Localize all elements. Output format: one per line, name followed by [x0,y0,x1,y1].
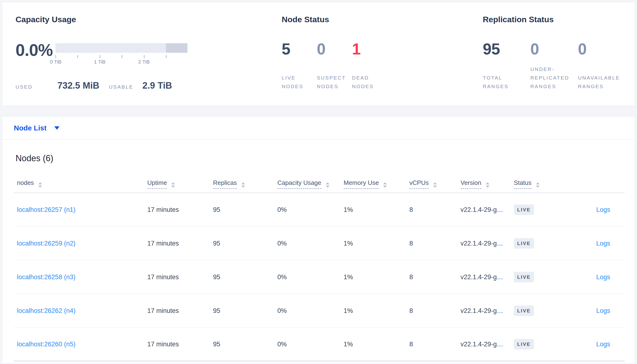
used-label: USED [16,84,33,90]
usable-value: 2.9 TiB [143,80,172,91]
live-nodes-stat: 5 LIVE NODES [282,42,317,91]
dead-nodes-stat: 1 DEAD NODES [352,42,387,91]
column-header-capacity-usage[interactable]: Capacity Usage [274,179,340,188]
vcpus-cell: 8 [406,340,457,348]
memory-use-cell: 1% [340,274,406,281]
logs-link[interactable]: Logs [596,274,610,281]
logs-link[interactable]: Logs [596,340,610,348]
nodes-table-title: Nodes (6) [14,153,625,164]
nodes-table-area: Nodes (6) nodes Uptime Replicas Capacity… [2,153,635,361]
version-cell: v22.1.4-29-g… [457,274,510,281]
capacity-used-usable-stats: USED 732.5 MiB USABLE 2.9 TiB [16,80,282,91]
table-row: localhost:26260 (n5) 17 minutes 95 0% 1%… [14,328,625,361]
dead-nodes-value: 1 [352,42,387,56]
version-cell: v22.1.4-29-g… [457,307,510,314]
total-ranges-value: 95 [483,42,530,56]
axis-tick-label: 2 TiB [138,59,150,65]
column-header-vcpus[interactable]: vCPUs [406,179,457,188]
node-status-section: Node Status 5 LIVE NODES 0 SUSPECT NODES… [282,14,483,91]
sort-icon [383,182,387,188]
node-address-link[interactable]: localhost:26260 (n5) [17,340,76,348]
sort-icon [171,182,175,188]
capacity-percent-value: 0.0% [16,43,56,67]
sort-icon [536,182,540,188]
column-header-replicas[interactable]: Replicas [210,179,274,188]
replicas-cell: 95 [210,206,274,214]
column-header-status[interactable]: Status [510,179,568,188]
under-replicated-ranges-stat: 0 UNDER-REPLICATED RANGES [530,42,578,91]
version-cell: v22.1.4-29-g… [457,206,510,214]
used-value: 732.5 MiB [57,80,99,91]
column-header-version[interactable]: Version [457,179,510,188]
axis-tick [100,55,100,58]
vcpus-cell: 8 [406,206,457,214]
live-nodes-value: 5 [282,42,317,56]
replication-status-section: Replication Status 95 TOTAL RANGES 0 UND… [483,14,635,91]
vcpus-cell: 8 [406,307,457,314]
unavailable-ranges-label: UNAVAILABLE RANGES [578,74,617,91]
dead-nodes-label: DEAD NODES [352,74,381,91]
memory-use-cell: 1% [340,340,406,348]
node-address-link[interactable]: localhost:26259 (n2) [17,240,76,247]
status-badge: LIVE [514,204,534,215]
sort-icon [486,182,489,188]
node-address-link[interactable]: localhost:26257 (n1) [17,206,76,213]
unavailable-ranges-value: 0 [578,42,625,56]
vcpus-cell: 8 [406,274,457,281]
caret-down-icon [54,126,60,130]
cluster-summary-card: Capacity Usage 0.0% 0 TiB 1 TiB 2 TiB US… [2,2,635,106]
status-badge: LIVE [514,272,534,282]
capacity-usage-section: Capacity Usage 0.0% 0 TiB 1 TiB 2 TiB US… [16,14,282,91]
logs-link[interactable]: Logs [596,240,610,247]
replicas-cell: 95 [210,240,274,247]
logs-link[interactable]: Logs [596,206,610,213]
memory-use-cell: 1% [340,307,406,314]
status-badge: LIVE [514,339,534,350]
nodes-table-header: nodes Uptime Replicas Capacity Usage Mem… [14,164,625,193]
column-header-memory-use[interactable]: Memory Use [340,179,406,188]
total-ranges-stat: 95 TOTAL RANGES [483,42,530,91]
uptime-cell: 17 minutes [144,240,210,247]
table-row: localhost:26259 (n2) 17 minutes 95 0% 1%… [14,227,625,260]
axis-tick [166,55,166,58]
suspect-nodes-label: SUSPECT NODES [317,74,346,91]
sort-icon [241,182,245,188]
axis-tick [144,55,144,58]
node-status-title: Node Status [282,14,483,24]
sort-icon [38,182,42,188]
capacity-usage-cell: 0% [274,340,340,348]
nodes-panel: Node List Nodes (6) nodes Uptime Replica… [2,116,635,364]
version-cell: v22.1.4-29-g… [457,340,510,348]
live-nodes-label: LIVE NODES [282,74,310,91]
table-row: localhost:26258 (n3) 17 minutes 95 0% 1%… [14,260,625,294]
replicas-cell: 95 [210,274,274,281]
uptime-cell: 17 minutes [144,307,210,314]
capacity-bar-track [56,43,187,53]
memory-use-cell: 1% [340,240,406,247]
node-address-link[interactable]: localhost:26258 (n3) [17,274,76,281]
capacity-usage-cell: 0% [274,307,340,314]
status-badge: LIVE [514,238,534,249]
suspect-nodes-value: 0 [317,42,352,56]
uptime-cell: 17 minutes [144,206,210,214]
replicas-cell: 95 [210,340,274,348]
under-replicated-ranges-label: UNDER-REPLICATED RANGES [530,65,569,91]
column-header-nodes[interactable]: nodes [14,179,144,188]
capacity-usage-chart: 0.0% 0 TiB 1 TiB 2 TiB [16,43,282,67]
usable-label: USABLE [109,84,133,90]
axis-tick-label: 0 TiB [50,59,62,65]
unavailable-ranges-stat: 0 UNAVAILABLE RANGES [578,42,625,91]
uptime-cell: 17 minutes [144,274,210,281]
capacity-usage-title: Capacity Usage [16,14,282,24]
axis-tick [122,55,122,58]
replicas-cell: 95 [210,307,274,314]
table-row: localhost:26257 (n1) 17 minutes 95 0% 1%… [14,193,625,227]
logs-link[interactable]: Logs [596,307,610,314]
status-badge: LIVE [514,306,534,316]
under-replicated-ranges-value: 0 [530,42,578,56]
axis-tick [78,55,78,58]
column-header-uptime[interactable]: Uptime [144,179,210,188]
node-address-link[interactable]: localhost:26262 (n4) [17,307,76,314]
suspect-nodes-stat: 0 SUSPECT NODES [317,42,352,91]
node-list-dropdown[interactable]: Node List [14,124,60,132]
